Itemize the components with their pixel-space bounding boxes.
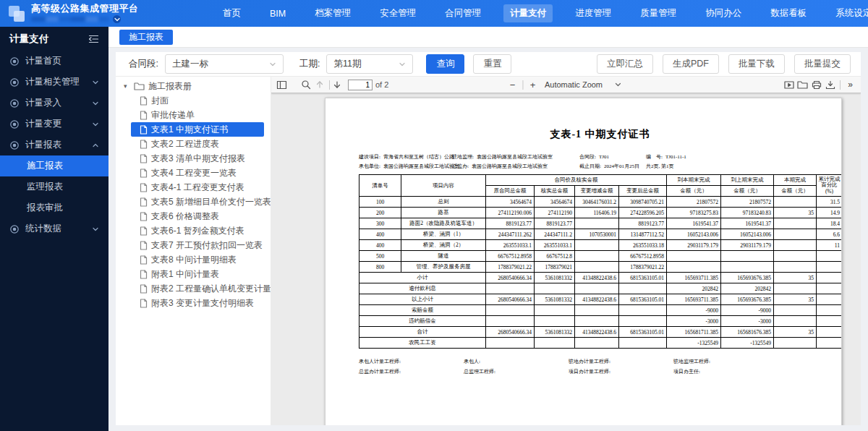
tab-construction-report[interactable]: 施工报表 — [119, 30, 173, 45]
nav-item-档案管理[interactable]: 档案管理 — [308, 4, 357, 22]
presentation-mode-icon[interactable] — [782, 78, 796, 92]
sidebar-toggle-icon[interactable] — [275, 78, 289, 92]
menu-collapse-icon[interactable] — [88, 35, 99, 43]
tree-item[interactable]: 支表2 工程进度表 — [131, 137, 264, 151]
sidebar-subitem-施工报表[interactable]: 施工报表 — [0, 155, 109, 176]
search-button[interactable]: 查询 — [426, 54, 464, 74]
table-cell — [575, 262, 619, 273]
tree-item[interactable]: 支表8 中间计量明细表 — [131, 252, 264, 267]
table-cell — [817, 251, 843, 262]
tree-item[interactable]: 附表2 工程量确认单机变更计量表 — [131, 281, 264, 296]
meta-label: 合同段: — [579, 154, 596, 160]
nav-item-数据看板[interactable]: 数据看板 — [764, 4, 813, 22]
tree-item-label: 支表8 中间计量明细表 — [151, 254, 237, 266]
nav-item-BIM[interactable]: BIM — [263, 6, 292, 22]
tab-strip: 施工报表 — [109, 27, 868, 48]
zoom-level-select[interactable]: Automatic Zoom — [540, 79, 626, 90]
filter-bar: 合同段: 土建一标 工期: 第11期 查询 重置 立即汇总生成PDF批量下载批量… — [116, 52, 861, 76]
table-cell: 35 — [774, 273, 817, 283]
tree-item[interactable]: 支表6-1 暂列金额支付表 — [131, 223, 264, 238]
contract-select[interactable]: 土建一标 — [165, 54, 284, 74]
table-cell — [575, 240, 619, 251]
table-cell — [619, 283, 667, 294]
table-cell: 路面2（改隐路及劝返车道） — [401, 218, 486, 229]
table-cell: 农民工工资 — [359, 338, 486, 349]
reset-button[interactable]: 重置 — [473, 54, 511, 74]
tree-root[interactable]: ▾施工报表册 — [116, 79, 271, 93]
sidebar-item-计量录入[interactable]: 计量录入 — [0, 93, 109, 114]
arrow-down-icon[interactable] — [330, 78, 344, 92]
action-button-生成PDF[interactable]: 生成PDF — [663, 54, 719, 74]
table-row: 逾付款利息202842202842 — [359, 283, 843, 294]
tree-item[interactable]: 审批传递单 — [131, 108, 264, 122]
search-icon[interactable] — [299, 78, 312, 92]
page-number-input[interactable] — [348, 80, 373, 90]
nav-item-首页[interactable]: 首页 — [216, 4, 247, 22]
subtitle-badge[interactable] — [113, 15, 121, 23]
pdf-canvas[interactable]: 支表-1 中期支付证书 建设项目:青海省共和至玉树（结古）公路驻地监理:袁国公路… — [271, 93, 861, 425]
tree-item[interactable]: 支表6 价格调整表 — [131, 209, 264, 223]
sidebar-item-计量变更[interactable]: 计量变更 — [0, 114, 109, 135]
tree-item[interactable]: 附表3 变更计量支付明细表 — [131, 296, 264, 310]
sidebar-item-计量首页[interactable]: 计量首页 — [0, 51, 109, 72]
nav-item-安全管理[interactable]: 安全管理 — [373, 4, 422, 22]
table-cell — [619, 338, 667, 349]
action-button-批量下载[interactable]: 批量下载 — [728, 54, 785, 74]
signature-label: 驻地监理工程师: — [673, 358, 841, 365]
nav-item-进度管理[interactable]: 进度管理 — [569, 4, 618, 22]
table-cell — [774, 316, 817, 327]
table-cell: 202842 — [667, 283, 721, 294]
tree-item[interactable]: 支表5 新增细目单价支付一览表 — [131, 195, 264, 209]
nav-item-系统设定[interactable]: 系统设定 — [829, 4, 868, 22]
sidebar-item-统计数据[interactable]: 统计数据 — [0, 218, 109, 239]
table-cell: 管理、养护及服务房屋 — [401, 262, 486, 273]
content-card: 合同段: 土建一标 工期: 第11期 查询 重置 立即汇总生成PDF批量下载批量… — [116, 52, 861, 425]
zoom-out-button[interactable]: − — [506, 78, 519, 92]
tree-item[interactable]: 支表7 开工预付款扣回一览表 — [131, 238, 264, 252]
table-cell — [575, 251, 619, 262]
nav-item-协同办公[interactable]: 协同办公 — [699, 4, 748, 22]
tree-item[interactable]: 附表1 中间计量表 — [131, 267, 264, 281]
arrow-up-icon[interactable] — [312, 78, 326, 92]
more-tools-icon[interactable]: » — [843, 78, 857, 92]
action-button-批量提交[interactable]: 批量提交 — [794, 54, 851, 74]
action-buttons: 立即汇总生成PDF批量下载批量提交 — [597, 54, 851, 74]
table-cell: 逾付款利息 — [359, 283, 486, 294]
sidebar-subitem-报表审批[interactable]: 报表审批 — [0, 197, 109, 218]
table-header: 金额（元） — [721, 186, 774, 197]
table-cell — [774, 262, 817, 273]
table-cell: 索赔金额 — [359, 305, 486, 316]
meta-value: 袁国公路响露至县城段工地试验室 — [383, 163, 459, 169]
zoom-in-button[interactable]: + — [526, 78, 540, 92]
period-select[interactable]: 第11期 — [326, 54, 413, 74]
table-cell: 隧道 — [401, 251, 486, 262]
table-cell: 8819123.77 — [619, 218, 667, 229]
table-cell — [817, 283, 843, 294]
tree-item[interactable]: 支表3 清单中期支付报表 — [131, 151, 264, 166]
action-button-立即汇总[interactable]: 立即汇总 — [597, 54, 653, 74]
meta-label: 总监办: — [452, 163, 469, 169]
tree-item[interactable]: 封面 — [131, 93, 264, 108]
table-cell — [817, 316, 843, 327]
open-file-icon[interactable] — [796, 78, 809, 92]
table-cell: 263551033.18 — [619, 240, 667, 251]
sidebar-subitem-监理报表[interactable]: 监理报表 — [0, 176, 109, 197]
meta-label: 承包单位: — [359, 163, 380, 169]
sidebar-item-计量相关管理[interactable]: 计量相关管理 — [0, 72, 109, 93]
tree-item[interactable]: 支表1 中期支付证书 — [131, 122, 264, 137]
tree-item[interactable]: 支表4-1 工程变更支付表 — [131, 180, 264, 195]
file-icon — [140, 241, 148, 250]
table-cell — [486, 305, 535, 316]
nav-item-计量支付[interactable]: 计量支付 — [503, 4, 553, 22]
file-icon — [140, 96, 148, 106]
table-cell: 6815363105.01 — [619, 327, 667, 338]
table-row: 农民工工资-1325549-1325549 — [359, 338, 843, 349]
print-icon[interactable] — [809, 78, 823, 92]
download-icon[interactable] — [823, 78, 837, 92]
nav-item-质量管理[interactable]: 质量管理 — [634, 4, 683, 22]
sidebar-item-计量报表[interactable]: 计量报表 — [0, 135, 109, 155]
tree-item[interactable]: 支表4 工程变更一览表 — [131, 166, 264, 180]
period-label: 工期: — [299, 58, 320, 70]
sidebar-item-label: 计量首页 — [25, 55, 99, 67]
nav-item-合同管理[interactable]: 合同管理 — [438, 4, 488, 22]
